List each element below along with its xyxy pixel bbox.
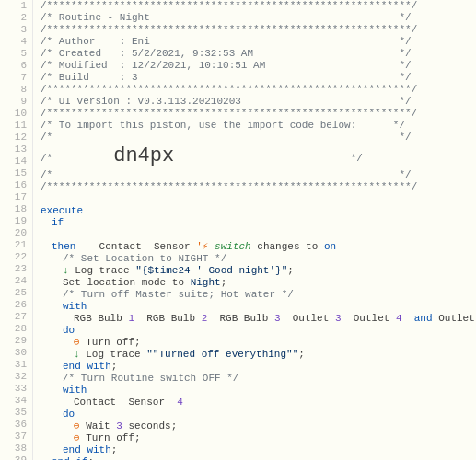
code-line: /* */: [41, 132, 476, 144]
code-line: with: [41, 385, 476, 397]
code-line: /***************************************…: [41, 24, 476, 36]
code-line: /* Routine - Night */: [41, 12, 476, 24]
code-line: /* Author : Eni */: [41, 36, 476, 48]
code-editor: 1 2 3 4 5 6 7 8 9 10 11 12 13 14 15 16 1…: [0, 0, 476, 460]
code-line: /* To import this piston, use the import…: [41, 120, 476, 132]
code-line: end with;: [41, 444, 476, 456]
code-line: /***************************************…: [41, 0, 476, 12]
code-line: /* Turn off Master suite; Hot water */: [41, 289, 476, 301]
code-line: do: [41, 408, 476, 420]
code-line: end with;: [41, 361, 476, 373]
code-line: ⚡Contact Sensor '⚡ switch changes to on: [41, 229, 476, 241]
code-line: do: [41, 325, 476, 337]
code-line: with: [41, 301, 476, 313]
code-content[interactable]: /***************************************…: [33, 0, 476, 460]
code-line: /* Set Location to NIGHT */: [41, 253, 476, 265]
code-line: /***************************************…: [41, 108, 476, 120]
code-line: /* Modified : 12/2/2021, 10:10:51 AM */: [41, 60, 476, 72]
code-line: then: [41, 241, 476, 253]
code-line: /***************************************…: [41, 181, 476, 193]
code-line: /* Build : 3 */: [41, 72, 476, 84]
code-line: execute: [41, 205, 476, 217]
code-line: Contact Sensor 4: [41, 397, 476, 408]
import-code-line: /* dn4px */: [41, 144, 476, 169]
code-line: /* Turn Routine switch OFF */: [41, 373, 476, 385]
code-line: ⊖ Turn off;: [41, 432, 476, 444]
code-line: ⊖ Turn off;: [41, 337, 476, 349]
code-line: /* */: [41, 169, 476, 181]
code-line: ↓ Log trace ""Turned off everything"";: [41, 349, 476, 361]
code-line: end if;: [41, 456, 476, 460]
code-line: Set location mode to Night;: [41, 277, 476, 289]
code-line: [41, 193, 476, 205]
code-line: ↓ Log trace "{$time24 ' Good night'}";: [41, 265, 476, 277]
line-numbers: 1 2 3 4 5 6 7 8 9 10 11 12 13 14 15 16 1…: [0, 0, 33, 460]
code-line: /* Created : 5/2/2021, 9:32:53 AM */: [41, 48, 476, 60]
code-line: /* UI version : v0.3.113.20210203 */: [41, 96, 476, 108]
code-line: /***************************************…: [41, 84, 476, 96]
code-line: ⊖ Wait 3 seconds;: [41, 420, 476, 432]
code-line: if: [41, 217, 476, 229]
code-line: RGB Bulb 1 RGB Bulb 2 RGB Bulb 3 Outlet …: [41, 313, 476, 325]
